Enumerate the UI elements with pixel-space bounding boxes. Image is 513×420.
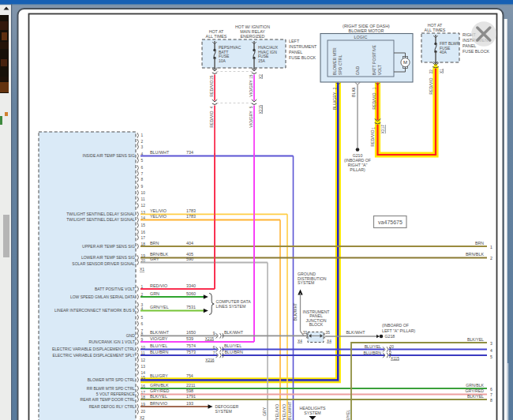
svg-text:va475675: va475675 <box>378 219 403 225</box>
svg-text:193: 193 <box>186 401 193 406</box>
svg-text:M: M <box>403 59 407 65</box>
svg-text:BLK/WHT: BLK/WHT <box>224 330 244 335</box>
svg-text:RED/VIO: RED/VIO <box>429 77 433 94</box>
svg-text:YEL/VIO: YEL/VIO <box>275 404 279 420</box>
svg-text:20: 20 <box>390 345 395 349</box>
svg-text:598: 598 <box>186 388 193 393</box>
svg-text:VIO/GRY: VIO/GRY <box>150 336 168 341</box>
svg-text:7574: 7574 <box>186 343 196 348</box>
svg-text:TWILIGHT SENTINEL DELAY SIGNAL: TWILIGHT SENTINEL DELAY SIGNAL <box>66 217 135 222</box>
svg-text:1650: 1650 <box>186 330 196 335</box>
svg-text:GRN/BLK: GRN/BLK <box>466 383 484 388</box>
svg-text:X2: X2 <box>140 415 144 420</box>
svg-text:GRN: GRN <box>150 291 159 296</box>
svg-text:INSIDE AIR TEMP SENS SIG: INSIDE AIR TEMP SENS SIG <box>83 153 135 158</box>
svg-text:YEL/VIO: YEL/VIO <box>150 214 167 219</box>
svg-text:6: 6 <box>490 387 492 392</box>
svg-text:PANEL: PANEL <box>462 43 476 48</box>
svg-text:6: 6 <box>141 166 144 170</box>
svg-text:RUN/CRANK IGN 1 VOLT: RUN/CRANK IGN 1 VOLT <box>89 339 135 344</box>
svg-text:2: 2 <box>490 256 492 261</box>
svg-text:15A: 15A <box>258 58 266 63</box>
svg-text:LEFT "A" PILLAR): LEFT "A" PILLAR) <box>382 328 415 333</box>
svg-text:6: 6 <box>141 322 144 326</box>
svg-text:7573: 7573 <box>186 350 196 354</box>
svg-text:1: 1 <box>373 87 376 89</box>
svg-text:(INBOARD OF: (INBOARD OF <box>382 323 409 328</box>
svg-text:X217: X217 <box>381 125 385 134</box>
svg-text:X4: X4 <box>327 339 331 343</box>
svg-text:11: 11 <box>141 197 145 201</box>
svg-text:1783: 1783 <box>186 214 196 219</box>
svg-text:BLU/WHT: BLU/WHT <box>150 150 170 155</box>
svg-text:GRY: GRY <box>150 257 159 261</box>
svg-text:3: 3 <box>141 145 144 149</box>
svg-text:12: 12 <box>141 358 146 362</box>
svg-text:15: 15 <box>249 74 253 79</box>
svg-text:2211: 2211 <box>186 383 196 388</box>
svg-text:X4: X4 <box>298 339 302 343</box>
svg-text:ENERGIZED: ENERGIZED <box>241 34 265 39</box>
svg-text:6: 6 <box>213 346 215 350</box>
svg-text:TWILIGHT SENTINEL DELAY SIGNAL: TWILIGHT SENTINEL DELAY SIGNAL <box>66 212 135 216</box>
svg-text:X216: X216 <box>205 358 215 362</box>
svg-text:(INBOARD OF: (INBOARD OF <box>344 158 371 163</box>
svg-text:BLU/WHT: BLU/WHT <box>287 401 292 420</box>
svg-text:734: 734 <box>186 150 193 155</box>
svg-text:YEL/VIO: YEL/VIO <box>282 404 286 420</box>
svg-text:BLU/YEL: BLU/YEL <box>365 344 381 349</box>
svg-text:BLK/WHT: BLK/WHT <box>150 330 170 335</box>
svg-text:BRN: BRN <box>150 241 159 246</box>
svg-text:G218: G218 <box>385 334 395 339</box>
svg-text:GRY/RED: GRY/RED <box>150 388 170 393</box>
svg-text:GND: GND <box>355 66 360 76</box>
svg-text:X1: X1 <box>140 267 144 272</box>
svg-text:X2: X2 <box>259 74 263 79</box>
svg-text:SPD CTRL: SPD CTRL <box>338 55 343 76</box>
svg-text:ALL TIMES: ALL TIMES <box>206 34 227 39</box>
svg-text:BRN: BRN <box>475 241 484 246</box>
svg-text:BLOWER MTR SPD CTRL: BLOWER MTR SPD CTRL <box>88 377 135 382</box>
svg-text:1791: 1791 <box>186 394 196 399</box>
svg-text:ELECTRIC VARIABLE DISPLACEMENT: ELECTRIC VARIABLE DISPLACEMENT CTRL <box>52 347 135 351</box>
svg-text:BLU/BRN: BLU/BRN <box>150 350 168 354</box>
svg-text:40A: 40A <box>440 50 447 54</box>
svg-text:BLOWER MTR: BLOWER MTR <box>333 47 338 75</box>
svg-text:GRN/BLK: GRN/BLK <box>150 383 169 388</box>
svg-text:BLU/BRN: BLU/BRN <box>364 351 382 355</box>
svg-text:ELECTRIC VARIABLE DISPLACEMENT: ELECTRIC VARIABLE DISPLACEMENT SPLY <box>53 353 136 358</box>
svg-text:4: 4 <box>210 106 214 108</box>
svg-text:14: 14 <box>141 371 146 375</box>
svg-text:UPPER AIR TEMP SENS SIG: UPPER AIR TEMP SENS SIG <box>82 244 135 249</box>
svg-text:LOGIC: LOGIC <box>354 35 368 39</box>
svg-text:4: 4 <box>490 348 492 353</box>
svg-text:RED/VIO: RED/VIO <box>370 129 375 146</box>
svg-text:17: 17 <box>141 236 146 240</box>
svg-text:LINES SYSTEM: LINES SYSTEM <box>216 304 246 309</box>
svg-text:BLU/YEL: BLU/YEL <box>224 343 242 348</box>
svg-text:SYSTEM: SYSTEM <box>215 409 232 414</box>
svg-text:HEADLIGHTS: HEADLIGHTS <box>299 406 326 411</box>
svg-text:X215: X215 <box>205 337 215 341</box>
svg-text:5: 5 <box>141 159 144 163</box>
svg-text:GRY/RED: GRY/RED <box>465 388 484 393</box>
svg-text:X1: X1 <box>440 69 444 73</box>
svg-text:5 VOLT REFERENCE: 5 VOLT REFERENCE <box>96 392 136 396</box>
svg-text:BLK/WHT: BLK/WHT <box>293 302 298 321</box>
svg-text:5: 5 <box>249 106 253 108</box>
svg-text:7531: 7531 <box>186 305 196 309</box>
svg-text:BLU/GRY: BLU/GRY <box>332 92 337 110</box>
svg-text:25: 25 <box>210 75 214 80</box>
svg-text:PILLAR): PILLAR) <box>350 167 365 172</box>
svg-text:7: 7 <box>141 172 144 176</box>
svg-text:9: 9 <box>213 332 215 336</box>
svg-text:8: 8 <box>141 178 144 182</box>
svg-text:BRN/VIO: BRN/VIO <box>150 401 167 406</box>
svg-text:SYSTEM: SYSTEM <box>304 411 320 415</box>
svg-text:BATT POSITIVE: BATT POSITIVE <box>373 45 377 76</box>
svg-text:BATT POSITIVE VOLT: BATT POSITIVE VOLT <box>95 287 135 291</box>
svg-text:22: 22 <box>429 69 433 74</box>
svg-text:1: 1 <box>141 133 144 137</box>
svg-text:GRY: GRY <box>262 407 267 416</box>
svg-text:404: 404 <box>186 241 193 246</box>
